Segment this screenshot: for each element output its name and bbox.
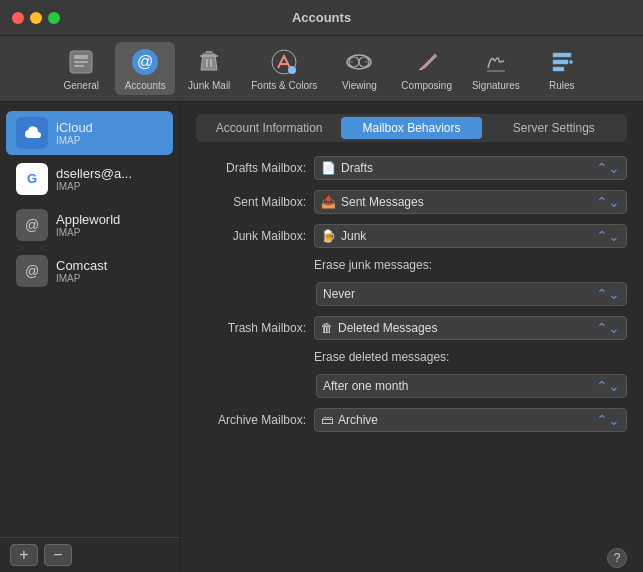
trash-label: Trash Mailbox:: [196, 321, 306, 335]
general-label: General: [63, 80, 99, 91]
remove-account-button[interactable]: −: [44, 544, 72, 566]
toolbar-item-rules[interactable]: Rules: [532, 42, 592, 95]
junk-icon: 🍺: [321, 229, 336, 243]
sent-icon: 📤: [321, 195, 336, 209]
archive-select-text: 🗃 Archive: [321, 413, 378, 427]
tab-mailbox-behaviors[interactable]: Mailbox Behaviors: [341, 117, 481, 139]
tab-account-information[interactable]: Account Information: [199, 117, 339, 139]
signatures-icon: [480, 46, 512, 78]
archive-mailbox-row: Archive Mailbox: 🗃 Archive ⌃⌄: [196, 408, 627, 432]
account-item-dsellers[interactable]: G dsellers@a... IMAP: [6, 157, 173, 201]
drafts-arrow-icon: ⌃⌄: [596, 160, 620, 176]
erase-junk-label-row: Erase junk messages:: [196, 258, 627, 272]
svg-text:@: @: [137, 53, 153, 70]
svg-rect-3: [74, 65, 84, 67]
window-title: Accounts: [292, 10, 351, 25]
toolbar-item-viewing[interactable]: Viewing: [329, 42, 389, 95]
accounts-icon: @: [129, 46, 161, 78]
tab-server-settings[interactable]: Server Settings: [484, 117, 624, 139]
erase-deleted-label-row: Erase deleted messages:: [196, 350, 627, 364]
erase-deleted-select[interactable]: After one month ⌃⌄: [316, 374, 627, 398]
minimize-button[interactable]: [30, 12, 42, 24]
svg-text:@: @: [25, 217, 39, 233]
viewing-icon: [343, 46, 375, 78]
fonts-label: Fonts & Colors: [251, 80, 317, 91]
erase-junk-messages-label: Erase junk messages:: [314, 258, 432, 272]
sent-select[interactable]: 📤 Sent Messages ⌃⌄: [314, 190, 627, 214]
account-info-dsellers: dsellers@a... IMAP: [56, 166, 132, 192]
trash-icon: 🗑: [321, 321, 333, 335]
junk-arrow-icon: ⌃⌄: [596, 228, 620, 244]
archive-select[interactable]: 🗃 Archive ⌃⌄: [314, 408, 627, 432]
junk-select-text: 🍺 Junk: [321, 229, 366, 243]
account-name-icloud: iCloud: [56, 120, 93, 135]
drafts-select[interactable]: 📄 Drafts ⌃⌄: [314, 156, 627, 180]
account-name-appleworld: Appleworld: [56, 212, 120, 227]
rules-label: Rules: [549, 80, 575, 91]
account-name-comcast: Comcast: [56, 258, 107, 273]
composing-label: Composing: [401, 80, 452, 91]
account-type-icloud: IMAP: [56, 135, 93, 146]
junk-value: Junk: [341, 229, 366, 243]
content-panel: Account Information Mailbox Behaviors Se…: [180, 102, 643, 572]
erase-junk-select-row: Never ⌃⌄: [196, 282, 627, 306]
titlebar: Accounts: [0, 0, 643, 36]
sent-mailbox-row: Sent Mailbox: 📤 Sent Messages ⌃⌄: [196, 190, 627, 214]
archive-icon: 🗃: [321, 413, 333, 427]
zoom-button[interactable]: [48, 12, 60, 24]
account-info-appleworld: Appleworld IMAP: [56, 212, 120, 238]
erase-junk-arrow-icon: ⌃⌄: [596, 286, 620, 302]
sidebar-bottom-controls: + −: [0, 537, 179, 572]
close-button[interactable]: [12, 12, 24, 24]
account-info-icloud: iCloud IMAP: [56, 120, 93, 146]
erase-deleted-select-row: After one month ⌃⌄: [196, 374, 627, 398]
svg-point-7: [288, 66, 296, 74]
account-type-comcast: IMAP: [56, 273, 107, 284]
add-account-button[interactable]: +: [10, 544, 38, 566]
svg-rect-2: [74, 61, 88, 63]
rules-icon: [546, 46, 578, 78]
archive-value: Archive: [338, 413, 378, 427]
sent-arrow-icon: ⌃⌄: [596, 194, 620, 210]
composing-icon: [411, 46, 443, 78]
toolbar-item-junk[interactable]: Junk Mail: [179, 42, 239, 95]
drafts-icon: 📄: [321, 161, 336, 175]
trash-arrow-icon: ⌃⌄: [596, 320, 620, 336]
account-item-appleworld[interactable]: @ Appleworld IMAP: [6, 203, 173, 247]
general-icon: [65, 46, 97, 78]
erase-junk-value: Never: [323, 287, 355, 301]
toolbar-item-composing[interactable]: Composing: [393, 42, 460, 95]
junk-mailbox-row: Junk Mailbox: 🍺 Junk ⌃⌄: [196, 224, 627, 248]
archive-label: Archive Mailbox:: [196, 413, 306, 427]
drafts-value: Drafts: [341, 161, 373, 175]
help-button[interactable]: ?: [607, 548, 627, 568]
traffic-lights: [12, 12, 60, 24]
account-avatar-icloud: [16, 117, 48, 149]
junk-icon: [193, 46, 225, 78]
account-info-comcast: Comcast IMAP: [56, 258, 107, 284]
erase-junk-select[interactable]: Never ⌃⌄: [316, 282, 627, 306]
trash-mailbox-row: Trash Mailbox: 🗑 Deleted Messages ⌃⌄: [196, 316, 627, 340]
trash-select-text: 🗑 Deleted Messages: [321, 321, 437, 335]
account-item-icloud[interactable]: iCloud IMAP: [6, 111, 173, 155]
sent-value: Sent Messages: [341, 195, 424, 209]
erase-deleted-arrow-icon: ⌃⌄: [596, 378, 620, 394]
main-area: iCloud IMAP G dsellers@a... IMAP @: [0, 102, 643, 572]
account-type-dsellers: IMAP: [56, 181, 132, 192]
junk-select[interactable]: 🍺 Junk ⌃⌄: [314, 224, 627, 248]
trash-select[interactable]: 🗑 Deleted Messages ⌃⌄: [314, 316, 627, 340]
drafts-label: Drafts Mailbox:: [196, 161, 306, 175]
account-avatar-comcast: @: [16, 255, 48, 287]
toolbar-item-signatures[interactable]: Signatures: [464, 42, 528, 95]
erase-deleted-value: After one month: [323, 379, 408, 393]
account-item-comcast[interactable]: @ Comcast IMAP: [6, 249, 173, 293]
svg-text:@: @: [25, 263, 39, 279]
toolbar-item-fonts[interactable]: Fonts & Colors: [243, 42, 325, 95]
toolbar-item-accounts[interactable]: @ Accounts: [115, 42, 175, 95]
archive-arrow-icon: ⌃⌄: [596, 412, 620, 428]
sidebar: iCloud IMAP G dsellers@a... IMAP @: [0, 102, 180, 572]
junk-label: Junk Mail: [188, 80, 230, 91]
toolbar-item-general[interactable]: General: [51, 42, 111, 95]
viewing-label: Viewing: [342, 80, 377, 91]
svg-rect-1: [74, 55, 88, 59]
